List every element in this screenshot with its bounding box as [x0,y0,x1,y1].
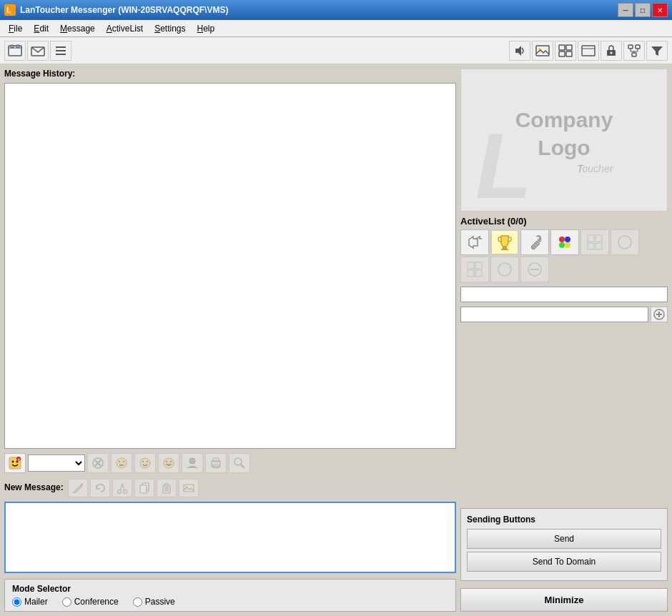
svg-marker-10 [515,46,521,56]
mode-conference-radio[interactable] [62,597,71,607]
al-color-button[interactable] [550,229,579,255]
new-message-label: New Message: [4,482,64,492]
pencil-button[interactable] [68,479,88,497]
cut-button[interactable] [112,479,132,497]
mode-mailer-radio[interactable] [12,597,21,607]
menu-bar: File Edit Message ActiveList Settings He… [0,20,672,37]
svg-point-44 [164,458,174,468]
toolbar-compose-button[interactable] [4,41,26,61]
image-insert-button[interactable] [179,479,199,497]
face2-button[interactable] [134,453,156,473]
svg-rect-69 [501,249,508,250]
minimize-button[interactable]: Minimize [460,588,668,612]
main-content: Message History: ✕ [0,64,672,616]
svg-rect-14 [566,45,572,50]
al-circle1-button[interactable] [611,229,639,255]
menu-edit[interactable]: Edit [28,22,54,35]
toolbar-window-button[interactable] [578,41,599,61]
svg-point-73 [565,242,570,248]
svg-point-70 [559,237,565,242]
cancel-button[interactable] [87,453,109,473]
menu-message[interactable]: Message [54,22,101,35]
undo-button[interactable] [90,479,110,497]
al-circle2-button[interactable] [490,257,519,282]
minimize-window-button[interactable]: ─ [618,3,633,17]
al-forward-button[interactable] [460,229,489,255]
toolbar-image-button[interactable] [532,41,553,61]
svg-line-57 [122,484,124,490]
al-trophy-button[interactable] [490,229,519,255]
face-select[interactable] [28,454,85,472]
al-grid1-button[interactable] [580,229,609,255]
paste-button[interactable] [157,479,177,497]
face4-button[interactable] [182,453,203,473]
toolbar-filter-button[interactable] [646,41,668,61]
search-button[interactable] [229,453,250,473]
close-window-button[interactable]: ✕ [652,3,668,17]
new-message-input[interactable] [7,505,453,570]
message-history-label: Message History: [4,69,456,79]
svg-point-47 [189,458,195,464]
svg-point-54 [117,490,121,494]
toolbar-grid-button[interactable] [555,41,576,61]
logo-line2: Logo [515,134,613,162]
svg-point-45 [166,461,167,462]
svg-point-43 [147,461,148,462]
mode-passive[interactable]: Passive [133,597,175,607]
left-panel: Message History: ✕ [4,69,456,612]
print-button[interactable] [205,453,227,473]
emoticon-picker-button[interactable]: ✕ [4,453,26,473]
svg-point-39 [123,461,124,462]
svg-point-72 [559,242,565,248]
main-toolbar [0,37,672,64]
toolbar-list-button[interactable] [50,41,71,61]
new-message-row: New Message: [4,479,456,497]
toolbar-inbox-button[interactable] [27,41,49,61]
svg-rect-65 [184,485,194,492]
send-to-domain-button[interactable]: Send To Domain [467,552,661,572]
svg-point-20 [611,51,613,54]
svg-rect-17 [582,46,595,56]
toolbar-lock-button[interactable] [601,41,622,61]
send-button[interactable]: Send [467,529,661,549]
activelist-add-button[interactable] [651,307,668,322]
al-grid2-button[interactable] [460,257,489,282]
svg-rect-75 [596,235,602,242]
copy-button[interactable] [134,479,154,497]
activelist-input-2[interactable] [460,307,648,322]
svg-rect-16 [566,51,572,56]
company-logo-box: L Company Logo Toucher [460,69,668,212]
maximize-window-button[interactable]: □ [635,3,651,17]
logo-sub-text: oucher [583,163,613,174]
svg-rect-59 [140,485,147,493]
new-message-tools [68,479,199,497]
mode-passive-radio[interactable] [133,597,142,607]
window-title: LanToucher Messenger (WIN-20SRVAQQRQF\VM… [20,5,228,15]
new-message-area[interactable] [4,502,456,573]
message-history-area[interactable] [4,83,456,449]
menu-file[interactable]: File [3,22,28,35]
mode-conference[interactable]: Conference [62,597,119,607]
svg-rect-22 [636,45,640,49]
svg-rect-4 [11,45,14,48]
al-wrench-button[interactable] [520,229,549,255]
svg-point-41 [140,458,150,468]
menu-activelist[interactable]: ActiveList [101,22,149,35]
menu-settings[interactable]: Settings [149,22,191,35]
menu-help[interactable]: Help [192,22,221,35]
toolbar-network-button[interactable] [623,41,645,61]
face1-button[interactable] [111,453,132,473]
toolbar-right [509,41,668,61]
activelist-input-1[interactable] [460,287,668,302]
mode-options: Mailer Conference Passive [12,597,448,607]
svg-point-42 [142,461,144,462]
svg-point-46 [170,461,172,462]
face3-button[interactable] [158,453,179,473]
toolbar-sound-button[interactable] [509,41,530,61]
message-toolbar: ✕ [4,452,456,475]
mode-mailer[interactable]: Mailer [12,597,48,607]
svg-text:L: L [6,6,11,14]
al-minus-circle-button[interactable] [520,257,549,282]
svg-rect-5 [16,45,19,48]
title-bar-left: L LanToucher Messenger (WIN-20SRVAQQRQF\… [4,4,228,16]
